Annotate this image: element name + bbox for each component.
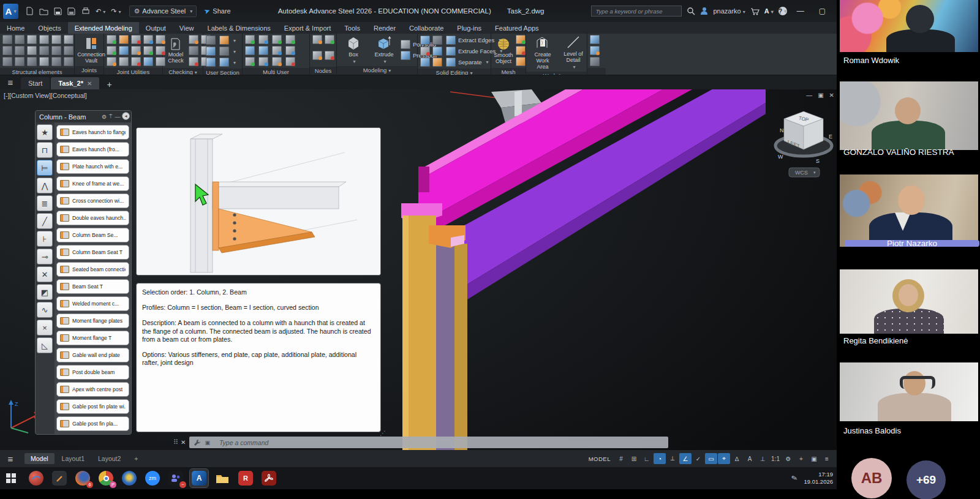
help-icon[interactable]: ? xyxy=(778,7,787,15)
panel-label[interactable]: Modeling xyxy=(337,66,417,75)
ribbon-tab[interactable]: Featured Apps xyxy=(488,22,546,34)
tool-icon[interactable] xyxy=(189,46,198,55)
ribbon-tab[interactable]: Extended Modeling xyxy=(68,22,139,34)
palette-category-button[interactable]: ⊸ xyxy=(37,249,53,265)
workspace-selector[interactable]: ⚙ Advance Steel xyxy=(129,6,197,17)
layout-tab[interactable]: + xyxy=(128,453,144,464)
signed-in-user[interactable]: pnazarko xyxy=(713,7,745,15)
viewport-minimize-icon[interactable]: — xyxy=(806,92,812,99)
status-icon[interactable]: ⊞ xyxy=(628,453,640,464)
compass-s[interactable]: S xyxy=(816,158,820,164)
joint-list-item[interactable]: Column Beam Seat T xyxy=(56,245,129,260)
palette-titlebar[interactable]: Column - Beam ⚙ ⍑ — ✕ xyxy=(36,111,131,122)
layout-tab[interactable]: Model xyxy=(24,453,55,464)
app-logo-icon[interactable]: A xyxy=(3,4,18,19)
palette-category-button[interactable]: ╱ xyxy=(37,213,53,229)
palette-category-button[interactable]: ✕ xyxy=(37,266,53,282)
tool-icon[interactable] xyxy=(64,46,74,55)
ribbon-tab[interactable]: Home xyxy=(0,22,31,34)
tool-icon[interactable] xyxy=(420,47,430,56)
taskbar-clock-area[interactable]: ✎ 17:19 19.01.2026 xyxy=(791,471,833,486)
tool-icon[interactable] xyxy=(245,57,255,66)
palette-category-button[interactable]: ★ xyxy=(37,124,53,140)
tool-icon[interactable] xyxy=(15,35,24,44)
tool-icon[interactable] xyxy=(312,51,322,60)
tool-icon[interactable] xyxy=(272,57,282,66)
minimize-button[interactable]: — xyxy=(792,7,809,15)
search-input[interactable] xyxy=(591,6,682,17)
dropdown-caret-icon[interactable] xyxy=(232,59,236,66)
command-drag-handle[interactable]: ⠿ xyxy=(173,438,178,446)
panel-label[interactable]: Solid Editing xyxy=(418,69,491,75)
windows-start-icon[interactable] xyxy=(6,473,16,483)
ribbon-tab[interactable]: Output xyxy=(139,22,173,34)
tool-icon[interactable] xyxy=(15,57,24,66)
tool-icon[interactable] xyxy=(206,36,216,45)
dropdown-caret-icon[interactable] xyxy=(232,37,236,43)
ribbon-tab[interactable]: Render xyxy=(367,22,402,34)
palette-category-button[interactable]: ⊦ xyxy=(37,231,53,247)
compass-w[interactable]: W xyxy=(778,154,783,160)
status-icon[interactable]: ⟂ xyxy=(666,453,679,464)
tool-icon[interactable] xyxy=(131,35,141,44)
box-button[interactable]: Box xyxy=(339,36,368,65)
joint-list-item[interactable]: Cross connection wi... xyxy=(56,193,129,208)
tool-icon[interactable] xyxy=(143,57,153,66)
joint-list-item[interactable]: Gable wall end plate xyxy=(56,348,129,362)
tool-icon[interactable] xyxy=(64,57,74,66)
file-explorer-icon[interactable] xyxy=(213,469,232,487)
compass-e[interactable]: E xyxy=(829,133,832,140)
joint-list-item[interactable]: Post double beam xyxy=(56,365,129,380)
tool-icon[interactable] xyxy=(64,35,74,44)
status-icon[interactable]: ⊥ xyxy=(756,453,769,464)
tool-icon[interactable] xyxy=(206,58,216,67)
globe-app-icon[interactable] xyxy=(120,469,138,487)
tool-icon[interactable] xyxy=(156,46,165,55)
tool-icon[interactable] xyxy=(285,35,295,44)
open-file-icon[interactable] xyxy=(39,7,48,15)
tool-icon[interactable] xyxy=(2,46,12,55)
ribbon-tab[interactable]: Export & Import xyxy=(277,22,337,34)
tool-icon[interactable] xyxy=(2,57,12,66)
status-icon[interactable]: ▣ xyxy=(808,453,820,464)
status-icon[interactable]: 1:1 xyxy=(769,453,782,464)
joint-list-item[interactable]: Seated beam connection xyxy=(56,262,129,277)
tool-icon[interactable] xyxy=(516,35,526,44)
tool-icon[interactable] xyxy=(107,57,116,66)
wcs-selector[interactable]: WCS xyxy=(795,170,808,176)
palette-category-button[interactable]: ◩ xyxy=(37,284,53,300)
palette-category-button[interactable]: ⋀ xyxy=(37,178,53,193)
tool-icon[interactable] xyxy=(143,35,153,44)
tab-start[interactable]: Start xyxy=(21,77,50,89)
save-icon[interactable] xyxy=(54,7,62,15)
tool-icon[interactable] xyxy=(420,36,430,45)
command-close-icon[interactable]: ✕ xyxy=(181,439,186,446)
new-file-icon[interactable] xyxy=(26,7,34,15)
palette-category-button[interactable]: × xyxy=(37,320,53,336)
joint-list-item[interactable]: Welded moment c... xyxy=(56,296,129,311)
ribbon-tab[interactable]: Collaborate xyxy=(402,22,450,34)
status-icon[interactable]: ∟ xyxy=(641,453,653,464)
joint-list-item[interactable]: Gable post fin pla... xyxy=(56,416,129,431)
advance-steel-taskbar-icon[interactable]: A xyxy=(190,469,208,487)
tool-icon[interactable] xyxy=(51,46,61,55)
status-icon[interactable]: ▭ xyxy=(705,453,717,464)
layout-tab[interactable]: Layout2 xyxy=(92,453,127,464)
joint-list-item[interactable]: Apex with centre post xyxy=(56,382,129,397)
palette-category-button[interactable]: ⊓ xyxy=(37,142,53,158)
r-app-icon[interactable]: R xyxy=(236,469,255,487)
tool-icon[interactable] xyxy=(432,36,442,45)
level-of-detail-button[interactable]: Level of Detail xyxy=(559,35,587,70)
joint-list-item[interactable]: Column Beam Se... xyxy=(56,228,129,242)
tool-icon[interactable] xyxy=(258,46,268,55)
participant-tile[interactable]: Justinas Balodis xyxy=(840,362,978,437)
ribbon-tab[interactable]: Labels & Dimensions xyxy=(201,22,277,34)
tool-icon[interactable] xyxy=(51,35,61,44)
tool-icon[interactable] xyxy=(258,57,268,66)
tool-icon[interactable] xyxy=(258,35,268,44)
status-icon[interactable]: ∠ xyxy=(679,453,692,464)
zoom-icon[interactable]: zm xyxy=(143,469,162,487)
notes-app-icon[interactable] xyxy=(50,469,69,487)
tool-icon[interactable] xyxy=(27,35,37,44)
tool-icon[interactable] xyxy=(119,46,129,55)
